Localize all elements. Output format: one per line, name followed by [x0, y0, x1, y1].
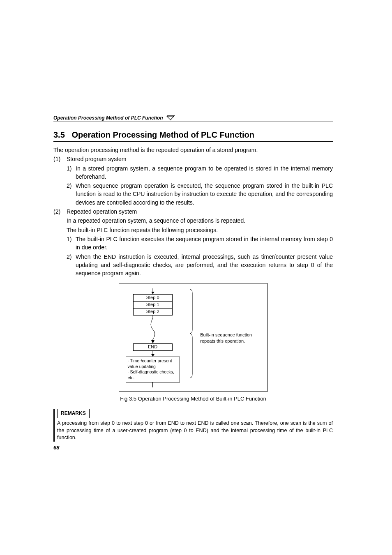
page-number: 68 — [53, 444, 59, 451]
figure-left-column: Step 0 Step 1 Step 2 END · Timer/counter… — [123, 288, 182, 387]
step-0-box: Step 0 — [133, 294, 173, 302]
remarks-text: A processing from step 0 to next step 0 … — [57, 420, 333, 442]
stub-line — [152, 382, 153, 387]
page-content: Operation Processing Method of PLC Funct… — [53, 115, 333, 442]
figure-right-text: Built-in sequence function repeats this … — [200, 332, 263, 344]
item-2-line-2: The built-in PLC function repeats the fo… — [67, 226, 333, 234]
item-1-sub-2-text: When sequence program operation is execu… — [76, 182, 333, 207]
running-head-row: Operation Processing Method of PLC Funct… — [53, 115, 333, 121]
proc-line-2: · Self-diagnostic checks, etc. — [128, 369, 178, 380]
intro-text: The operation processing method is the r… — [53, 146, 333, 154]
figure-inner: Step 0 Step 1 Step 2 END · Timer/counter… — [123, 288, 263, 387]
arrow-down-icon — [150, 351, 156, 357]
item-2-sub-1-text: The built-in PLC function executes the s… — [76, 235, 333, 252]
section-number: 3.5 — [53, 130, 65, 139]
item-2-sub-2-text: When the END instruction is executed, in… — [76, 253, 333, 278]
item-2: (2) Repeated operation system — [53, 207, 333, 216]
remarks-label: REMARKS — [57, 409, 90, 418]
item-1-sub-1-num: 1) — [67, 164, 76, 181]
item-1-num: (1) — [53, 155, 67, 163]
remarks-block: REMARKS A processing from step 0 to next… — [53, 409, 333, 442]
item-2-title: Repeated operation system — [67, 207, 333, 216]
arrow-down-icon — [150, 288, 156, 294]
end-box: END — [133, 343, 173, 351]
item-2-sub-2-num: 2) — [67, 253, 76, 278]
item-2-num: (2) — [53, 207, 67, 216]
running-head-text: Operation Processing Method of PLC Funct… — [53, 115, 166, 121]
section-title: 3.5 Operation Processing Method of PLC F… — [53, 130, 333, 140]
item-2-sub-1: 1) The built-in PLC function executes th… — [67, 235, 333, 252]
item-2-sub-2: 2) When the END instruction is executed,… — [67, 253, 333, 278]
step-1-box: Step 1 — [133, 302, 173, 309]
item-1-sub-1: 1) In a stored program system, a sequenc… — [67, 164, 333, 181]
item-1-sub-1-text: In a stored program system, a sequence p… — [76, 164, 333, 181]
processing-box: · Timer/counter present value updating ·… — [126, 357, 180, 382]
figure-caption: Fig 3.5 Operation Processing Method of B… — [53, 395, 333, 403]
title-rule — [53, 141, 333, 142]
proc-line-1: · Timer/counter present value updating — [128, 358, 178, 369]
flow-curve-icon — [133, 315, 173, 343]
bracket-icon — [189, 288, 193, 379]
item-1: (1) Stored program system — [53, 155, 333, 163]
figure-3-5: Step 0 Step 1 Step 2 END · Timer/counter… — [119, 283, 267, 391]
svg-marker-4 — [151, 340, 154, 343]
item-2-sub-1-num: 1) — [67, 235, 76, 252]
item-1-title: Stored program system — [67, 155, 333, 163]
header-rule — [53, 122, 333, 122]
body-text: The operation processing method is the r… — [53, 146, 333, 442]
section-title-text: Operation Processing Method of PLC Funct… — [71, 130, 254, 139]
item-1-sub-2: 2) When sequence program operation is ex… — [67, 182, 333, 207]
item-2-line-1: In a repeated operation system, a sequen… — [67, 216, 333, 225]
header-decoration-icon — [166, 115, 175, 121]
step-2-box: Step 2 — [133, 309, 173, 315]
item-1-sub-2-num: 2) — [67, 182, 76, 207]
